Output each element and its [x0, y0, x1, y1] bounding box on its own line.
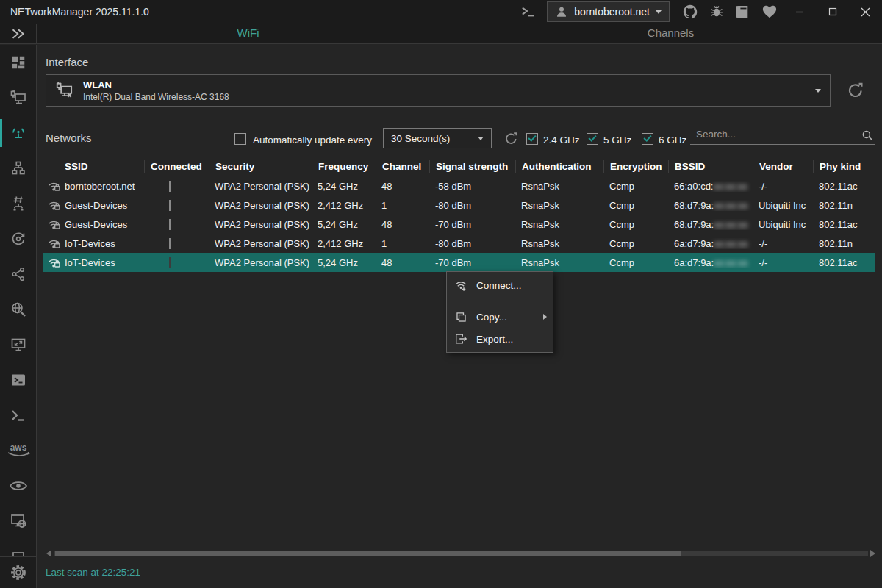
tab-bar: WiFi Channels	[37, 24, 882, 44]
tab-wifi[interactable]: WiFi	[37, 24, 459, 44]
table-row[interactable]: Guest-Devices WPA2 Personal (PSK) 5,24 G…	[43, 215, 875, 234]
networks-table: SSID Connected Security Frequency Channe…	[43, 157, 875, 272]
sponsor-heart-icon[interactable]	[756, 0, 783, 24]
chevron-down-icon	[478, 137, 484, 140]
context-menu-separator	[465, 301, 550, 301]
column-header-signal[interactable]: Signal strength	[429, 160, 515, 173]
column-header-encryption[interactable]: Encryption	[603, 160, 668, 173]
interface-section-title: Interface	[46, 56, 88, 68]
column-header-channel[interactable]: Channel	[376, 160, 429, 173]
tab-channels[interactable]: Channels	[459, 24, 882, 44]
table-header-row: SSID Connected Security Frequency Channe…	[43, 157, 875, 176]
column-header-bssid[interactable]: BSSID	[668, 160, 753, 173]
sidebar-item-dashboard[interactable]	[0, 45, 37, 80]
github-icon[interactable]	[677, 0, 703, 24]
column-header-security[interactable]: Security	[209, 160, 312, 173]
main-content: Interface WLAN Intel(R) Dual Band Wirele…	[37, 45, 882, 588]
profile-dropdown[interactable]: borntoberoot.net	[547, 1, 670, 22]
export-icon	[454, 332, 467, 345]
sidebar-item-web-console[interactable]	[0, 503, 37, 539]
profile-label: borntoberoot.net	[574, 6, 650, 18]
search-input[interactable]	[690, 129, 861, 141]
band-6ghz-checkbox[interactable]	[642, 133, 653, 147]
connections-icon	[10, 266, 26, 282]
band-5ghz-checkbox[interactable]	[587, 133, 598, 147]
submenu-arrow-icon	[543, 314, 547, 320]
band-5ghz-label: 5 GHz	[603, 135, 631, 146]
bssid-redacted: xx:xx:xx	[714, 200, 747, 211]
column-header-connected[interactable]: Connected	[144, 160, 209, 173]
interface-combobox[interactable]: WLAN Intel(R) Dual Band Wireless-AC 3168	[46, 74, 831, 107]
search-box	[690, 126, 875, 145]
sidebar-item-settings[interactable]	[0, 556, 37, 588]
scroll-right-arrow[interactable]	[870, 550, 875, 557]
adapter-description: Intel(R) Dual Band Wireless-AC 3168	[83, 92, 806, 102]
table-row-selected[interactable]: IoT-Devices WPA2 Personal (PSK) 5,24 GHz…	[43, 253, 875, 272]
sidebar-item-discovery[interactable]	[0, 468, 37, 503]
column-header-frequency[interactable]: Frequency	[312, 160, 376, 173]
titlebar: NETworkManager 2025.11.1.0 borntoberoot.…	[0, 0, 882, 24]
adapter-icon	[55, 81, 74, 100]
discovery-eye-icon	[9, 478, 28, 493]
sidebar-item-lan[interactable]	[0, 151, 37, 186]
chevron-down-icon	[815, 89, 821, 93]
wifi-lock-icon	[43, 198, 63, 212]
column-header-vendor[interactable]: Vendor	[753, 160, 813, 173]
interval-value: 30 Second(s)	[391, 133, 450, 144]
column-header-ssid[interactable]: SSID	[63, 160, 144, 173]
context-menu: Connect... Copy... Export...	[446, 271, 553, 353]
table-row[interactable]: Guest-Devices WPA2 Personal (PSK) 2,412 …	[43, 196, 875, 215]
maximize-icon[interactable]	[816, 0, 849, 24]
sidebar-item-network-interface[interactable]	[0, 80, 37, 115]
scrollbar-thumb[interactable]	[55, 551, 681, 556]
sidebar-item-remote-desktop[interactable]	[0, 327, 37, 362]
networks-refresh-button[interactable]	[503, 131, 519, 146]
traceroute-icon	[10, 230, 27, 248]
sidebar-item-lookup[interactable]	[0, 292, 37, 327]
sidebar-item-wifi[interactable]	[0, 115, 37, 151]
context-menu-export[interactable]: Export...	[447, 328, 553, 350]
sidebar-item-powershell[interactable]	[0, 362, 37, 398]
aws-icon: aws	[6, 444, 31, 457]
interval-select[interactable]: 30 Second(s)	[383, 128, 492, 148]
table-row[interactable]: borntoberoot.net WPA2 Personal (PSK) 5,2…	[43, 176, 875, 196]
wifi-lock-icon	[43, 218, 63, 232]
band-2_4ghz-checkbox[interactable]	[526, 133, 538, 147]
sidebar-item-clipped[interactable]	[0, 539, 37, 557]
dashboard-icon	[10, 54, 26, 71]
sidebar-item-putty-terminal[interactable]	[0, 398, 37, 433]
connected-checkbox[interactable]	[169, 257, 171, 268]
connected-checkbox[interactable]	[169, 181, 171, 192]
column-header-authentication[interactable]: Authentication	[515, 160, 603, 173]
scrollbar-track[interactable]	[54, 551, 868, 556]
auto-update-checkbox[interactable]	[234, 133, 246, 147]
sidebar-item-connections[interactable]	[0, 257, 37, 292]
close-icon[interactable]	[849, 0, 882, 24]
band-2_4ghz-label: 2.4 GHz	[543, 135, 580, 146]
connected-checkbox[interactable]	[169, 219, 171, 230]
bug-report-icon[interactable]	[703, 0, 730, 24]
last-scan-status: Last scan at 22:25:21	[46, 567, 140, 578]
documentation-icon[interactable]	[730, 0, 756, 24]
expand-chevrons-icon	[11, 28, 26, 40]
sidebar-item-traceroute[interactable]	[0, 221, 37, 257]
lookup-icon	[10, 301, 27, 318]
sidebar: aws	[0, 45, 37, 588]
sidebar-item-aws[interactable]: aws	[0, 433, 37, 468]
context-menu-connect[interactable]: Connect...	[447, 274, 553, 296]
putty-terminal-icon	[10, 407, 27, 423]
horizontal-scrollbar[interactable]	[46, 550, 875, 557]
sidebar-item-ip-scanner[interactable]	[0, 186, 37, 221]
search-icon[interactable]	[861, 129, 875, 142]
remote-desktop-icon	[10, 336, 27, 354]
interface-refresh-button[interactable]	[846, 81, 865, 100]
minimize-icon[interactable]	[783, 0, 816, 24]
connected-checkbox[interactable]	[169, 200, 171, 211]
table-row[interactable]: IoT-Devices WPA2 Personal (PSK) 2,412 GH…	[43, 234, 875, 253]
sidebar-expand-button[interactable]	[0, 24, 37, 44]
column-header-phy-kind[interactable]: Phy kind	[813, 160, 875, 173]
context-menu-copy[interactable]: Copy...	[447, 306, 553, 328]
terminal-icon[interactable]	[514, 0, 541, 24]
scroll-left-arrow[interactable]	[46, 550, 51, 557]
connected-checkbox[interactable]	[169, 238, 171, 249]
